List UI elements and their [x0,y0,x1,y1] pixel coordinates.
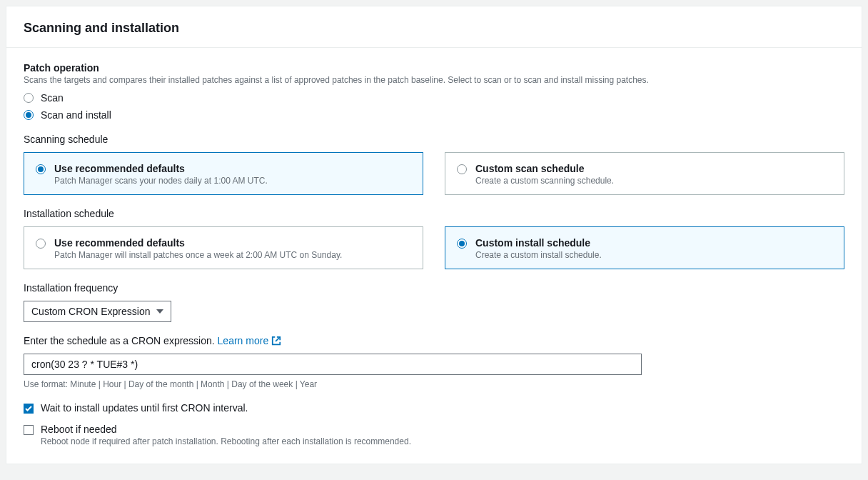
scan-rec-title: Use recommended defaults [54,163,268,174]
install-schedule-recommended[interactable]: Use recommended defaults Patch Manager w… [24,226,423,269]
scan-schedule-recommended[interactable]: Use recommended defaults Patch Manager s… [24,152,423,195]
scan-custom-desc: Create a custom scanning schedule. [475,176,614,186]
scanning-installation-panel: Scanning and installation Patch operatio… [6,6,862,464]
install-custom-title: Custom install schedule [475,237,602,249]
scanning-schedule-label: Scanning schedule [24,134,844,145]
installation-schedule-section: Installation schedule Use recommended de… [24,208,844,269]
learn-more-link[interactable]: Learn more [218,335,282,346]
cron-label: Enter the schedule as a CRON expression. [24,335,218,346]
scanning-schedule-options: Use recommended defaults Patch Manager s… [24,152,844,195]
checkbox-icon [24,425,34,435]
radio-scan-install-label: Scan and install [41,109,111,121]
installation-frequency-select[interactable]: Custom CRON Expression [24,301,171,322]
radio-icon [457,239,467,249]
panel-title: Scanning and installation [24,21,844,36]
select-value: Custom CRON Expression [31,306,151,317]
install-custom-desc: Create a custom install schedule. [475,250,602,260]
patch-operation-section: Patch operation Scans the targets and co… [24,62,844,121]
radio-icon [24,110,34,120]
cron-expression-section: Enter the schedule as a CRON expression.… [24,335,844,389]
cron-expression-input[interactable] [24,354,642,375]
scan-custom-title: Custom scan schedule [475,163,614,174]
wait-cron-label: Wait to install updates until first CRON… [41,402,248,414]
reboot-desc: Reboot node if required after patch inst… [41,436,411,446]
radio-icon [24,93,34,103]
wait-cron-checkbox-row[interactable]: Wait to install updates until first CRON… [24,402,844,414]
radio-icon [36,239,46,249]
patch-operation-desc: Scans the targets and compares their ins… [24,75,844,85]
radio-scan-label: Scan [41,92,64,104]
radio-icon [457,164,467,174]
scan-rec-desc: Patch Manager scans your nodes daily at … [54,176,268,186]
patch-operation-label: Patch operation [24,62,844,74]
checkbox-icon [24,404,34,414]
radio-icon [36,164,46,174]
installation-frequency-section: Installation frequency Custom CRON Expre… [24,282,844,322]
install-rec-desc: Patch Manager will install patches once … [54,250,342,260]
chevron-down-icon [156,309,163,314]
radio-scan-install[interactable]: Scan and install [24,109,844,121]
install-schedule-custom[interactable]: Custom install schedule Create a custom … [445,226,844,269]
install-rec-title: Use recommended defaults [54,237,342,249]
installation-frequency-label: Installation frequency [24,282,844,294]
external-link-icon [271,336,281,348]
radio-scan[interactable]: Scan [24,92,844,104]
cron-hint: Use format: Minute | Hour | Day of the m… [24,379,844,389]
panel-header: Scanning and installation [6,6,862,48]
reboot-checkbox-row[interactable]: Reboot if needed Reboot node if required… [24,424,844,446]
reboot-label: Reboot if needed [41,424,411,435]
scanning-schedule-section: Scanning schedule Use recommended defaul… [24,134,844,195]
installation-schedule-options: Use recommended defaults Patch Manager w… [24,226,844,269]
scan-schedule-custom[interactable]: Custom scan schedule Create a custom sca… [445,152,844,195]
panel-body: Patch operation Scans the targets and co… [6,48,862,464]
cron-label-row: Enter the schedule as a CRON expression.… [24,335,844,348]
installation-schedule-label: Installation schedule [24,208,844,219]
